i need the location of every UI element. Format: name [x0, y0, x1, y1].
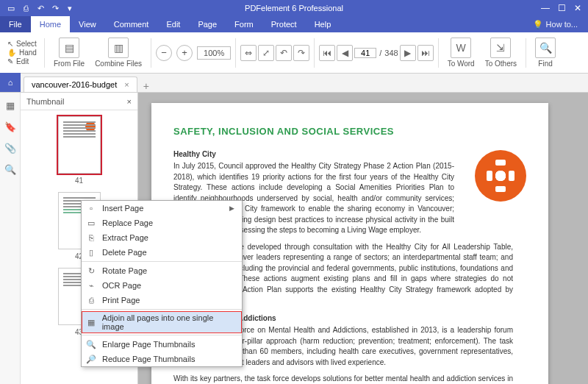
zoom-in-button[interactable]: +	[176, 45, 193, 61]
to-word-icon: W	[451, 38, 471, 58]
ctx-label: Enlarge Page Thumbnails	[102, 340, 195, 349]
maximize-button[interactable]: ☐	[554, 1, 569, 15]
qat-save-icon[interactable]: ▭	[6, 3, 16, 13]
ctx-insert-page[interactable]: ▫Insert Page▶	[82, 201, 242, 216]
page-indicator: / 348	[354, 48, 398, 58]
reduce-icon: 🔎	[86, 354, 96, 364]
extract-page-icon: ⎘	[86, 232, 96, 243]
menu-form[interactable]: Form	[226, 16, 262, 32]
rail-search-icon[interactable]: 🔍	[4, 164, 16, 175]
ctx-print-page[interactable]: ⎙Print Page	[82, 293, 242, 307]
ctx-label: Reduce Page Thumbnails	[102, 355, 195, 363]
menu-home[interactable]: Home	[31, 16, 70, 32]
lightbulb-icon: 💡	[533, 20, 543, 29]
close-button[interactable]: ✕	[570, 1, 585, 15]
find-icon: 🔍	[535, 38, 556, 58]
find-label: Find	[538, 60, 552, 68]
qat-redo-icon[interactable]: ↷	[50, 3, 60, 13]
document-tab-label: vancouver-2016-budget	[32, 80, 117, 89]
zoom-out-button[interactable]: −	[156, 45, 172, 61]
ribbon-find[interactable]: 🔍Find	[531, 36, 560, 69]
thumbnail-panel-header: Thumbnail ×	[21, 93, 137, 110]
ctx-label: Print Page	[102, 296, 140, 305]
ocr-page-icon: ⌁	[86, 280, 96, 291]
select-label: Select	[16, 40, 37, 48]
edit-tool[interactable]: ✎Edit	[7, 57, 37, 65]
menu-page[interactable]: Page	[189, 16, 226, 32]
ribbon-combine[interactable]: ▥Combine Files	[90, 36, 146, 69]
ctx-label: Extract Page	[102, 233, 148, 242]
how-to-label: How to...	[546, 20, 578, 29]
to-others-label: To Others	[485, 60, 517, 68]
how-to-hint[interactable]: 💡 How to...	[533, 20, 588, 29]
menu-edit[interactable]: Edit	[157, 16, 189, 32]
zoom-level[interactable]: 100%	[197, 46, 231, 60]
rotate-ccw-button[interactable]: ↶	[276, 45, 292, 61]
first-page-button[interactable]: ⏮	[319, 45, 335, 61]
ctx-reduce-thumbnails[interactable]: 🔎Reduce Page Thumbnails	[82, 352, 242, 366]
prev-page-button[interactable]: ◀	[337, 45, 353, 61]
last-page-button[interactable]: ⏭	[417, 45, 434, 61]
fit-page-button[interactable]: ⤢	[258, 45, 274, 61]
menu-protect[interactable]: Protect	[262, 16, 306, 32]
next-page-button[interactable]: ▶	[400, 45, 416, 61]
thumbnail-item[interactable]	[58, 116, 101, 174]
thumbnail-page-label: 41	[26, 177, 132, 185]
rail-attachment-icon[interactable]: 📎	[4, 143, 16, 154]
edit-label: Edit	[16, 57, 29, 65]
qat-print-icon[interactable]: ⎙	[21, 3, 31, 13]
document-tab[interactable]: vancouver-2016-budget ×	[24, 77, 137, 92]
ribbon-to-others[interactable]: ⇲To Others	[481, 36, 521, 69]
rotate-cw-button[interactable]: ↷	[293, 45, 309, 61]
edit-icon: ✎	[7, 57, 13, 65]
new-tab-button[interactable]: +	[143, 80, 149, 92]
qat-undo-icon[interactable]: ↶	[35, 3, 46, 13]
fit-width-button[interactable]: ⇔	[240, 45, 257, 61]
menu-view[interactable]: View	[70, 16, 105, 32]
menu-file[interactable]: File	[0, 16, 31, 32]
workspace: ▦ 🔖 📎 🔍 Thumbnail × 41 42 43 SAFETY, INC…	[0, 93, 588, 384]
qat-dropdown-icon[interactable]: ▾	[65, 3, 75, 13]
menu-help[interactable]: Help	[306, 16, 340, 32]
rotate-page-icon: ↻	[86, 266, 96, 276]
ctx-label: Rotate Page	[102, 266, 147, 275]
to-word-label: To Word	[448, 60, 475, 68]
minimize-button[interactable]: —	[538, 1, 553, 15]
current-page-input[interactable]	[354, 48, 376, 58]
ctx-extract-page[interactable]: ⎘Extract Page	[82, 230, 242, 245]
adjoin-icon: ▦	[86, 317, 96, 327]
ribbon-to-word[interactable]: WTo Word	[443, 36, 479, 69]
ctx-label: Insert Page	[102, 204, 143, 213]
combine-icon: ▥	[108, 38, 129, 58]
rail-thumbnail-icon[interactable]: ▦	[6, 100, 15, 111]
home-tab-button[interactable]: ⌂	[0, 73, 21, 92]
ribbon: ↖Select ✋Hand ✎Edit ▤From File ▥Combine …	[0, 32, 588, 74]
ribbon-zoom: − + 100%	[156, 45, 231, 61]
ctx-label: Adjoin all pages into one single image	[102, 313, 234, 331]
menu-comment[interactable]: Comment	[105, 16, 158, 32]
ctx-rotate-page[interactable]: ↻Rotate Page	[82, 263, 242, 278]
ribbon-from-file[interactable]: ▤From File	[49, 36, 89, 69]
select-tool[interactable]: ↖Select	[7, 40, 37, 48]
rail-bookmark-icon[interactable]: 🔖	[4, 121, 16, 132]
insert-page-icon: ▫	[86, 203, 96, 213]
context-menu: ▫Insert Page▶ ▭Replace Page ⎘Extract Pag…	[81, 200, 243, 367]
close-tab-button[interactable]: ×	[124, 80, 129, 89]
hand-tool[interactable]: ✋Hand	[7, 49, 37, 57]
ctx-replace-page[interactable]: ▭Replace Page	[82, 216, 242, 230]
to-others-icon: ⇲	[490, 38, 511, 58]
ribbon-pointer-tools: ↖Select ✋Hand ✎Edit	[4, 40, 40, 65]
enlarge-icon: 🔍	[86, 339, 96, 349]
quick-access-toolbar: ▭ ⎙ ↶ ↷ ▾	[0, 3, 81, 13]
body-text: With its key partners, the task force de…	[173, 374, 513, 384]
ctx-enlarge-thumbnails[interactable]: 🔍Enlarge Page Thumbnails	[82, 337, 242, 352]
close-panel-button[interactable]: ×	[127, 97, 132, 106]
delete-page-icon: ▯	[86, 247, 96, 257]
hands-circle-icon	[475, 150, 526, 202]
ctx-adjoin-pages[interactable]: ▦Adjoin all pages into one single image	[82, 311, 242, 333]
document-tabbar: ⌂ vancouver-2016-budget × +	[0, 74, 588, 93]
ctx-ocr-page[interactable]: ⌁OCR Page	[82, 278, 242, 293]
ctx-label: Replace Page	[102, 218, 153, 227]
app-title: PDFelement 6 Professional	[245, 4, 343, 13]
ctx-delete-page[interactable]: ▯Delete Page	[82, 245, 242, 260]
